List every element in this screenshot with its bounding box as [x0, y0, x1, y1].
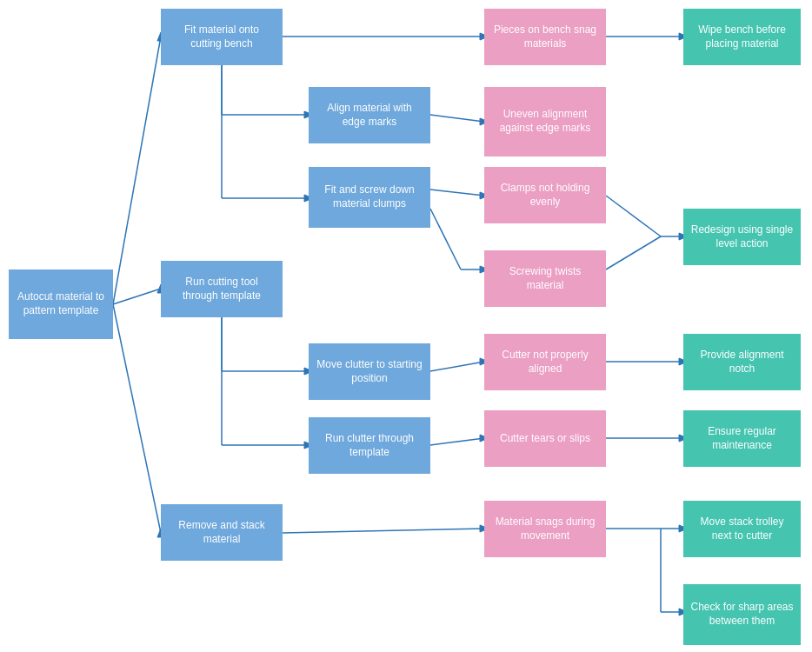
- node-step2: Align material with edge marks: [309, 87, 430, 143]
- node-prob3: Clamps not holding evenly: [484, 167, 606, 223]
- svg-line-12: [430, 115, 484, 122]
- node-step3: Fit and screw down material clumps: [309, 167, 430, 228]
- node-step7: Remove and stack material: [161, 504, 283, 561]
- node-prob4: Screwing twists material: [484, 250, 606, 307]
- svg-line-16: [430, 209, 461, 269]
- node-step6: Run clutter through template: [309, 417, 430, 474]
- svg-line-23: [606, 196, 661, 236]
- node-sol6: Check for sharp areas between them: [683, 584, 801, 645]
- node-step4: Run cutting tool through template: [161, 261, 283, 317]
- svg-line-4: [113, 304, 161, 533]
- svg-line-41: [283, 529, 484, 533]
- node-prob1: Pieces on bench snag materials: [484, 9, 606, 65]
- svg-line-2: [113, 289, 161, 304]
- svg-line-33: [430, 362, 484, 371]
- node-step1: Fit material onto cutting bench: [161, 9, 283, 65]
- svg-line-14: [430, 190, 484, 196]
- svg-line-0: [113, 37, 161, 304]
- node-prob5: Cutter not properly aligned: [484, 334, 606, 390]
- svg-line-35: [430, 438, 484, 445]
- svg-line-24: [606, 236, 661, 269]
- node-sol4: Ensure regular maintenance: [683, 410, 801, 467]
- node-step5: Move clutter to starting position: [309, 343, 430, 400]
- node-root: Autocut material to pattern template: [9, 269, 113, 339]
- node-prob7: Material snags during movement: [484, 501, 606, 557]
- diagram: Autocut material to pattern template Fit…: [0, 0, 812, 652]
- node-prob6: Cutter tears or slips: [484, 410, 606, 467]
- node-sol1: Wipe bench before placing material: [683, 9, 801, 65]
- node-sol2: Redesign using single level action: [683, 209, 801, 265]
- node-sol3: Provide alignment notch: [683, 334, 801, 390]
- node-sol5: Move stack trolley next to cutter: [683, 501, 801, 557]
- node-prob2: Uneven alignment against edge marks: [484, 87, 606, 156]
